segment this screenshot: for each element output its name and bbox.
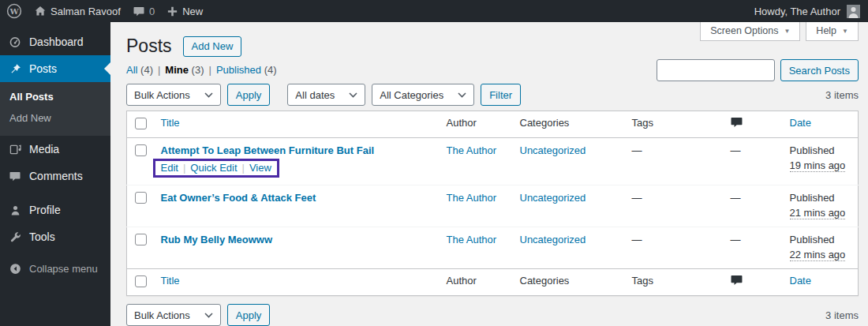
user-icon: [8, 204, 22, 216]
select-all-checkbox[interactable]: [135, 118, 147, 129]
author-column-header: Author: [439, 269, 512, 296]
view-published-link[interactable]: Published (4): [216, 64, 277, 76]
collapse-menu-button[interactable]: Collapse menu: [0, 255, 110, 282]
wordpress-logo-icon: W: [6, 3, 22, 19]
sort-date-header[interactable]: Date: [790, 117, 811, 129]
sidebar-label-comments: Comments: [29, 170, 83, 182]
author-link[interactable]: The Author: [447, 192, 497, 204]
site-name: Salman Ravoof: [51, 6, 121, 17]
post-status: Published: [790, 192, 851, 204]
comments-column-icon[interactable]: [731, 117, 774, 128]
row-actions-separator: |: [242, 162, 245, 174]
category-link[interactable]: Uncategorized: [520, 192, 586, 204]
author-link[interactable]: The Author: [447, 234, 497, 245]
row-checkbox[interactable]: [135, 234, 147, 245]
bulk-actions-select[interactable]: Bulk Actions: [126, 84, 221, 106]
quick-edit-link[interactable]: Quick Edit: [190, 162, 237, 174]
post-title-link[interactable]: Rub My Belly Meowww: [161, 234, 273, 245]
admin-bar-left: W Salman Ravoof 0 New: [6, 3, 203, 19]
chevron-down-icon: ▼: [784, 28, 790, 35]
row-checkbox[interactable]: [135, 192, 147, 204]
screen-meta-links: Screen Options ▼ Help ▼: [700, 22, 859, 41]
row-checkbox[interactable]: [135, 144, 147, 156]
tags-column-header: Tags: [624, 111, 723, 138]
sort-date-header[interactable]: Date: [790, 275, 811, 287]
home-icon: [35, 6, 46, 17]
view-all-link[interactable]: All (4): [126, 64, 153, 76]
comments-empty-value: —: [731, 234, 741, 245]
avatar: [847, 5, 860, 18]
post-status: Published: [790, 234, 851, 245]
sidebar-item-comments[interactable]: Comments: [0, 163, 110, 189]
edit-link[interactable]: Edit: [161, 162, 178, 174]
tags-empty-value: —: [632, 234, 642, 245]
view-separator: |: [158, 64, 160, 76]
sidebar-item-dashboard[interactable]: Dashboard: [0, 28, 110, 55]
tablenav-bottom: Bulk Actions Apply 3 items: [126, 304, 859, 326]
site-menu[interactable]: Salman Ravoof: [35, 6, 121, 17]
sidebar-item-posts[interactable]: Posts: [0, 55, 110, 82]
sidebar-label-profile: Profile: [29, 204, 61, 216]
media-icon: [8, 143, 22, 156]
table-row: Eat Owner’s Food & Attack Feet The Autho…: [127, 185, 859, 227]
admin-comments-count: 0: [149, 6, 155, 17]
view-separator: |: [209, 64, 211, 76]
posts-table: Title Author Categories Tags Date Attemp…: [126, 111, 859, 296]
sidebar-item-all-posts[interactable]: All Posts: [0, 86, 110, 107]
chevron-down-icon: [204, 92, 213, 98]
apply-button[interactable]: Apply: [227, 84, 271, 106]
items-count: 3 items: [825, 89, 859, 101]
post-title-link[interactable]: Eat Owner’s Food & Attack Feet: [161, 192, 316, 204]
filter-button[interactable]: Filter: [481, 84, 521, 106]
new-menu[interactable]: New: [167, 6, 203, 17]
comments-bubble-icon: [133, 6, 144, 17]
all-categories-select[interactable]: All Categories: [372, 84, 474, 106]
sidebar-item-tools[interactable]: Tools: [0, 223, 110, 250]
post-title-link[interactable]: Attempt To Leap Between Furniture But Fa…: [161, 144, 375, 156]
sidebar: Dashboard Posts All Posts Add New Media …: [0, 22, 110, 326]
tags-column-header: Tags: [624, 269, 723, 296]
sort-title-header[interactable]: Title: [161, 275, 180, 287]
help-button[interactable]: Help ▼: [806, 22, 859, 41]
sidebar-item-add-new[interactable]: Add New: [0, 107, 110, 129]
search-input[interactable]: [657, 59, 775, 81]
post-date: 22 mins ago: [790, 249, 846, 261]
admin-bar: W Salman Ravoof 0 New Howdy, The Author: [0, 0, 868, 22]
bulk-actions-select-bottom[interactable]: Bulk Actions: [126, 304, 221, 326]
all-dates-select[interactable]: All dates: [287, 84, 365, 106]
wordpress-logo-icon[interactable]: W: [6, 3, 22, 19]
search-box: Search Posts: [657, 59, 859, 81]
comments-menu[interactable]: 0: [133, 6, 155, 17]
main-content: Screen Options ▼ Help ▼ Search Posts Pos…: [110, 22, 868, 326]
sort-title-header[interactable]: Title: [161, 117, 180, 129]
sidebar-item-media[interactable]: Media: [0, 136, 110, 163]
collapse-menu-label: Collapse menu: [29, 263, 98, 275]
sidebar-label-posts: Posts: [29, 62, 57, 75]
pushpin-icon: [8, 62, 22, 75]
author-link[interactable]: The Author: [447, 144, 497, 156]
sidebar-label-media: Media: [29, 143, 59, 156]
plus-icon: [167, 6, 178, 17]
apply-button-bottom[interactable]: Apply: [227, 304, 271, 326]
collapse-arrow-icon: [8, 262, 22, 275]
categories-column-header: Categories: [512, 269, 624, 296]
table-header-row: Title Author Categories Tags Date: [127, 111, 859, 138]
sidebar-item-profile[interactable]: Profile: [0, 197, 110, 223]
category-link[interactable]: Uncategorized: [520, 144, 586, 156]
comments-empty-value: —: [731, 192, 741, 204]
view-mine-current[interactable]: Mine (3): [165, 64, 204, 76]
add-new-button[interactable]: Add New: [183, 36, 242, 57]
screen-options-button[interactable]: Screen Options ▼: [700, 22, 800, 41]
sidebar-label-dashboard: Dashboard: [29, 36, 84, 48]
categories-column-header: Categories: [512, 111, 624, 138]
comments-icon: [8, 170, 22, 182]
new-label: New: [182, 6, 203, 17]
howdy-menu[interactable]: Howdy, The Author: [754, 5, 860, 18]
chevron-down-icon: [458, 92, 466, 98]
comments-column-icon[interactable]: [731, 275, 774, 286]
search-posts-button[interactable]: Search Posts: [780, 59, 859, 81]
select-all-checkbox[interactable]: [135, 275, 147, 287]
howdy-text: Howdy, The Author: [754, 6, 840, 17]
view-link[interactable]: View: [249, 162, 271, 174]
category-link[interactable]: Uncategorized: [520, 234, 586, 245]
